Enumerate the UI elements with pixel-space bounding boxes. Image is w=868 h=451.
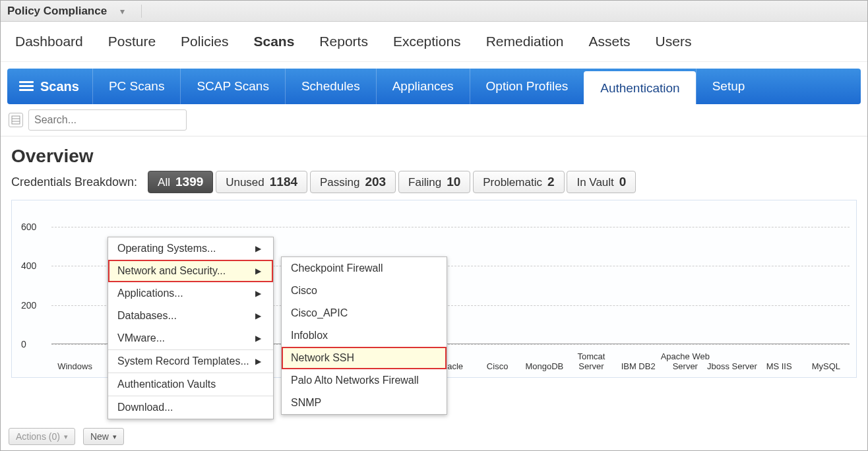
subnav-tab-appliances[interactable]: Appliances xyxy=(376,69,470,104)
submenu-arrow-icon: ▶ xyxy=(255,244,261,253)
menu-item-label: Applications... xyxy=(117,287,183,299)
mainnav-item-users[interactable]: Users xyxy=(656,34,692,49)
menu-item-system-record-templates[interactable]: System Record Templates...▶ xyxy=(108,350,273,373)
menu-item-cisco-apic[interactable]: Cisco_APIC xyxy=(282,302,447,324)
menu-item-snmp[interactable]: SNMP xyxy=(282,392,447,414)
mainnav-item-assets[interactable]: Assets xyxy=(589,34,631,49)
module-dropdown-chevron[interactable]: ▾ xyxy=(120,6,125,16)
search-box xyxy=(28,109,187,131)
search-input[interactable] xyxy=(28,109,187,131)
sub-nav: Scans PC ScansSCAP ScansSchedulesApplian… xyxy=(7,69,861,104)
results-layout-icon[interactable] xyxy=(9,113,23,127)
submenu-arrow-icon: ▶ xyxy=(255,357,261,366)
credentials-breakdown-label: Credentials Breakdown: xyxy=(11,175,137,189)
menu-item-operating-systems[interactable]: Operating Systems...▶ xyxy=(108,237,273,260)
mainnav-item-scans[interactable]: Scans xyxy=(253,34,294,49)
x-tick-label: MySQL xyxy=(799,362,852,372)
subnav-tab-option-profiles[interactable]: Option Profiles xyxy=(470,69,584,104)
submenu-arrow-icon: ▶ xyxy=(255,311,261,320)
menu-item-applications[interactable]: Applications...▶ xyxy=(108,282,273,305)
x-tick-label: Apache Web Server xyxy=(659,352,712,372)
gridline xyxy=(51,227,850,227)
subnav-section-label: Scans xyxy=(7,69,92,104)
menu-item-network-and-security[interactable]: Network and Security...▶ xyxy=(108,260,273,282)
filter-pill-in-vault[interactable]: In Vault 0 xyxy=(567,171,636,193)
filter-pill-failing[interactable]: Failing 10 xyxy=(398,171,470,193)
filter-pill-passing[interactable]: Passing 203 xyxy=(310,171,396,193)
menu-item-network-ssh[interactable]: Network SSH xyxy=(282,347,447,369)
network-security-submenu: Checkpoint FirewallCiscoCisco_APICInfobl… xyxy=(281,256,447,415)
new-record-menu: Operating Systems...▶Network and Securit… xyxy=(108,237,274,419)
mainnav-item-remediation[interactable]: Remediation xyxy=(486,34,564,49)
menu-item-label: Checkpoint Firewall xyxy=(291,262,383,274)
x-tick-label: Jboss Server xyxy=(706,362,759,372)
submenu-arrow-icon: ▶ xyxy=(255,289,261,298)
y-tick-label: 600 xyxy=(21,222,36,232)
submenu-arrow-icon: ▶ xyxy=(255,334,261,343)
x-tick-label: MongoDB xyxy=(518,362,571,372)
menu-item-label: VMware... xyxy=(117,332,165,344)
menu-item-infoblox[interactable]: Infoblox xyxy=(282,324,447,347)
x-tick-label: MS IIS xyxy=(753,362,805,372)
list-icon xyxy=(19,81,34,92)
mainnav-item-policies[interactable]: Policies xyxy=(181,34,228,49)
menu-item-label: Authentication Vaults xyxy=(117,378,216,390)
x-tick-label: Tomcat Server xyxy=(565,352,617,372)
chevron-down-icon: ▾ xyxy=(113,433,117,441)
filter-pill-problematic[interactable]: Problematic 2 xyxy=(473,171,564,193)
menu-item-authentication-vaults[interactable]: Authentication Vaults xyxy=(108,373,273,396)
menu-item-label: System Record Templates... xyxy=(117,355,249,367)
menu-item-label: Infoblox xyxy=(291,330,328,342)
x-tick-label: IBM DB2 xyxy=(612,362,665,372)
subnav-tab-schedules[interactable]: Schedules xyxy=(285,69,376,104)
module-selector-bar: Policy Compliance ▾ xyxy=(1,1,867,22)
menu-item-databases[interactable]: Databases...▶ xyxy=(108,305,273,327)
y-tick-label: 400 xyxy=(21,260,36,271)
menu-item-vmware[interactable]: VMware...▶ xyxy=(108,327,273,349)
filter-pill-all[interactable]: All 1399 xyxy=(148,171,213,193)
footer-actions: Actions (0) ▾ New ▾ xyxy=(9,428,124,445)
menu-item-label: Cisco xyxy=(291,285,317,297)
subnav-tab-scap-scans[interactable]: SCAP Scans xyxy=(180,69,284,104)
x-tick-label: Cisco xyxy=(471,362,524,372)
subnav-title: Scans xyxy=(40,79,79,94)
menu-item-label: Network and Security... xyxy=(117,265,226,277)
new-button[interactable]: New ▾ xyxy=(83,428,124,445)
mainnav-item-reports[interactable]: Reports xyxy=(319,34,368,49)
menu-item-label: SNMP xyxy=(291,397,321,409)
mainnav-item-exceptions[interactable]: Exceptions xyxy=(393,34,461,49)
menu-item-cisco[interactable]: Cisco xyxy=(282,280,447,302)
menu-item-label: Palo Alto Networks Firewall xyxy=(291,375,419,386)
y-tick-label: 200 xyxy=(21,300,36,311)
menu-item-label: Download... xyxy=(117,402,173,413)
menu-item-checkpoint-firewall[interactable]: Checkpoint Firewall xyxy=(282,257,447,280)
subnav-tab-setup[interactable]: Setup xyxy=(696,69,761,104)
filter-pill-unused[interactable]: Unused 1184 xyxy=(216,171,307,193)
menu-item-download[interactable]: Download... xyxy=(108,396,273,419)
chevron-down-icon: ▾ xyxy=(64,433,68,441)
subnav-tab-pc-scans[interactable]: PC Scans xyxy=(92,69,180,104)
menu-item-label: Databases... xyxy=(117,310,177,322)
module-title: Policy Compliance xyxy=(7,5,107,18)
menu-item-label: Cisco_APIC xyxy=(291,307,348,319)
actions-button[interactable]: Actions (0) ▾ xyxy=(9,428,75,445)
new-button-label: New xyxy=(90,431,109,442)
divider xyxy=(141,5,142,18)
main-nav: DashboardPosturePoliciesScansReportsExce… xyxy=(1,22,867,62)
y-tick-label: 0 xyxy=(21,339,26,349)
mainnav-item-posture[interactable]: Posture xyxy=(108,34,156,49)
credentials-breakdown-row: Credentials Breakdown: All 1399 Unused 1… xyxy=(11,171,857,193)
svg-rect-0 xyxy=(12,116,20,124)
menu-item-label: Operating Systems... xyxy=(117,243,216,255)
x-tick-label: Windows xyxy=(49,362,102,372)
actions-button-label: Actions (0) xyxy=(16,431,60,442)
subnav-tab-authentication[interactable]: Authentication xyxy=(584,71,695,104)
menu-item-palo-alto-networks-firewall[interactable]: Palo Alto Networks Firewall xyxy=(282,369,447,392)
search-row xyxy=(1,104,867,136)
page-title: Overview xyxy=(11,146,857,167)
mainnav-item-dashboard[interactable]: Dashboard xyxy=(15,34,83,49)
menu-item-label: Network SSH xyxy=(291,352,354,364)
submenu-arrow-icon: ▶ xyxy=(255,266,261,276)
